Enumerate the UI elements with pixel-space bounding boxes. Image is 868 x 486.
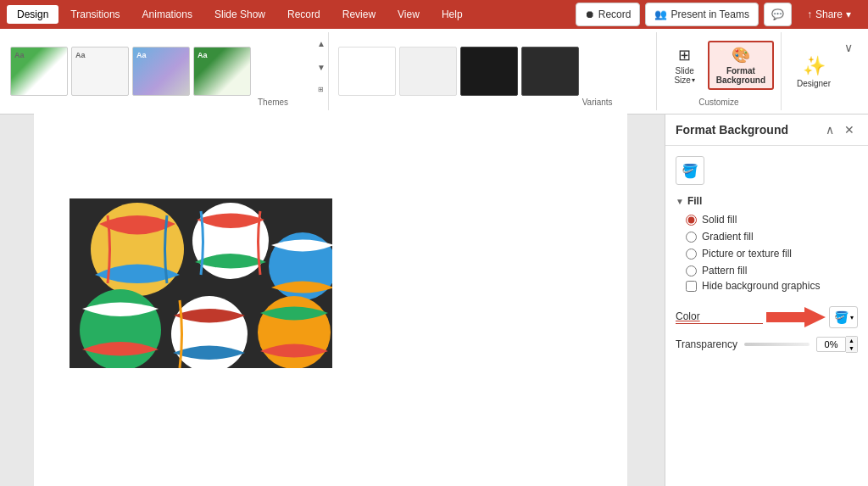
themes-label: Themes [258, 96, 288, 110]
transparency-spin-down[interactable]: ▼ [846, 344, 857, 352]
themes-scroll-up[interactable]: ▲ [317, 39, 326, 48]
format-background-panel: Format Background ∧ ✕ 🪣 ▼ Fill Solid fil… [665, 115, 868, 486]
transparency-value: ▲ ▼ [816, 336, 858, 353]
tab-transitions[interactable]: Transitions [60, 5, 130, 24]
variants-group: Variants [335, 32, 657, 110]
transparency-label: Transparency [676, 338, 737, 350]
share-button[interactable]: ↑ Share ▾ [797, 3, 861, 26]
teams-icon: 👥 [654, 8, 667, 20]
comment-button[interactable]: 💬 [764, 3, 792, 26]
pattern-fill-option[interactable]: Pattern fill [686, 265, 858, 277]
hide-background-checkbox[interactable] [686, 281, 697, 292]
tab-help[interactable]: Help [431, 5, 473, 24]
themes-scroll-down[interactable]: ▼ [317, 63, 326, 72]
transparency-spin-up[interactable]: ▲ [846, 337, 857, 344]
svg-marker-7 [766, 307, 826, 327]
gradient-fill-label: Gradient fill [702, 231, 754, 243]
tab-view[interactable]: View [387, 5, 430, 24]
tab-slideshow[interactable]: Slide Show [204, 5, 275, 24]
color-paint-icon: 🪣 [834, 310, 849, 324]
picture-fill-label: Picture or texture fill [702, 248, 792, 260]
variant-item-1[interactable] [399, 47, 457, 96]
theme-item-0[interactable]: Aa [10, 47, 68, 96]
transparency-input[interactable] [816, 337, 846, 352]
hide-background-label: Hide background graphics [702, 280, 820, 292]
panel-title: Format Background [676, 123, 788, 137]
fill-options: Solid fill Gradient fill Picture or text… [686, 214, 858, 277]
customize-label: Customize [698, 98, 738, 110]
slide-size-button[interactable]: ⊞ Slide Size ▾ [664, 42, 706, 88]
slide-image [70, 198, 332, 368]
fill-section-header[interactable]: ▼ Fill [676, 195, 858, 207]
share-icon: ↑ [807, 8, 812, 20]
pattern-fill-radio[interactable] [686, 265, 697, 277]
panel-minimize-button[interactable]: ∧ [822, 121, 837, 138]
customize-group: ⊞ Slide Size ▾ 🎨 Format Background Custo… [657, 32, 782, 110]
slide-size-icon: ⊞ [678, 46, 691, 64]
designer-expand-button[interactable]: ∨ [843, 39, 854, 56]
paint-bucket-icon: 🪣 [682, 163, 698, 179]
hide-background-option[interactable]: Hide background graphics [686, 280, 858, 292]
red-arrow [766, 305, 826, 329]
tab-record[interactable]: Record [277, 5, 331, 24]
designer-icon: ✨ [803, 55, 826, 77]
paint-bucket-icon-button[interactable]: 🪣 [676, 156, 704, 185]
gradient-fill-option[interactable]: Gradient fill [686, 231, 858, 243]
color-picker-button[interactable]: 🪣 ▾ [829, 306, 858, 328]
fill-section-title: Fill [687, 195, 702, 207]
record-button[interactable]: ⏺ Record [576, 3, 641, 26]
tab-animations[interactable]: Animations [132, 5, 203, 24]
slide-canvas[interactable] [34, 114, 627, 486]
present-teams-button[interactable]: 👥 Present in Teams [645, 3, 759, 26]
variant-item-0[interactable] [338, 47, 396, 96]
transparency-slider[interactable] [744, 343, 810, 346]
theme-item-2[interactable]: Aa [132, 47, 190, 96]
format-bg-icon: 🎨 [732, 46, 750, 64]
pattern-fill-label: Pattern fill [702, 265, 747, 277]
transparency-row: Transparency ▲ ▼ [676, 336, 858, 353]
variant-item-2[interactable] [460, 47, 518, 96]
gradient-fill-radio[interactable] [686, 232, 697, 243]
themes-group: Aa Aa Aa Aa ▲ ▼ ⊞ Themes [7, 32, 329, 110]
themes-expand[interactable]: ⊞ [317, 86, 326, 93]
panel-body: 🪣 ▼ Fill Solid fill Gradient fill Pict [665, 146, 868, 486]
variants-label: Variants [582, 98, 613, 110]
fill-expand-arrow: ▼ [676, 197, 684, 206]
share-chevron-icon: ▾ [846, 8, 851, 20]
solid-fill-radio[interactable] [686, 215, 697, 226]
color-row: Color 🪣 ▾ [676, 305, 858, 329]
record-dot-icon: ⏺ [585, 8, 595, 20]
panel-close-button[interactable]: ✕ [841, 121, 858, 138]
picture-fill-option[interactable]: Picture or texture fill [686, 248, 858, 260]
color-label[interactable]: Color [676, 310, 763, 324]
variant-item-3[interactable] [521, 47, 579, 96]
format-background-button[interactable]: 🎨 Format Background [708, 41, 774, 90]
slide-area [0, 115, 665, 486]
tab-design[interactable]: Design [7, 5, 58, 24]
picture-fill-radio[interactable] [686, 249, 697, 260]
tab-review[interactable]: Review [332, 5, 386, 24]
solid-fill-label: Solid fill [702, 214, 737, 226]
comment-icon: 💬 [771, 8, 784, 20]
panel-header: Format Background ∧ ✕ [665, 115, 868, 146]
svg-point-4 [80, 289, 161, 368]
solid-fill-option[interactable]: Solid fill [686, 214, 858, 226]
theme-item-1[interactable]: Aa [71, 47, 129, 96]
theme-item-3[interactable]: Aa [193, 47, 251, 96]
designer-button[interactable]: ✨ Designer [788, 52, 839, 92]
designer-group: ✨ Designer ∨ [782, 32, 861, 110]
color-dropdown-arrow: ▾ [850, 314, 854, 321]
